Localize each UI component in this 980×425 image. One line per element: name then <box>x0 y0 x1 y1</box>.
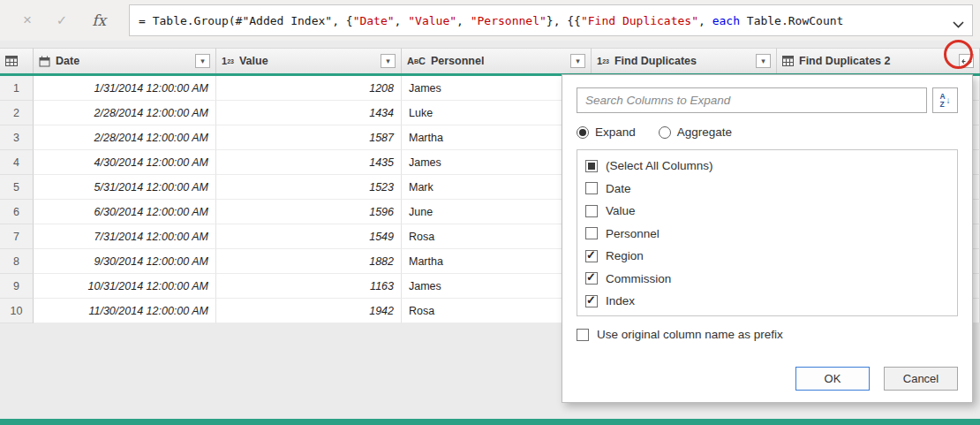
row-number[interactable]: 5 <box>0 175 34 200</box>
column-option[interactable]: Personnel <box>585 223 949 246</box>
column-option[interactable]: Region <box>585 245 949 268</box>
formula-input[interactable]: = Table.Group(#"Added Index", {"Date", "… <box>129 4 973 36</box>
cell-value[interactable]: 1596 <box>216 200 402 224</box>
formula-text: = Table.Group(#"Added Index", {"Date", "… <box>139 14 843 27</box>
formula-token: = Table.Group(#"Added Index", { <box>139 14 353 27</box>
radio-label: Expand <box>595 125 636 139</box>
column-header-personnel[interactable]: ABCPersonnel▾ <box>402 48 592 73</box>
number-type-icon[interactable]: 123 <box>222 57 234 66</box>
header-row: Date▾123Value▾ABCPersonnel▾123Find Dupli… <box>0 48 980 73</box>
column-label: Find Duplicates 2 <box>799 55 891 67</box>
filter-dropdown-button[interactable]: ▾ <box>381 54 396 68</box>
ok-button[interactable]: OK <box>795 367 870 391</box>
checkbox-icon <box>585 160 598 172</box>
cell-date[interactable]: 10/31/2014 12:00:00 AM <box>34 274 216 299</box>
cancel-formula-icon[interactable]: × <box>23 11 32 29</box>
row-number[interactable]: 2 <box>0 101 34 125</box>
column-option-label: Index <box>606 294 635 307</box>
formula-bar-icons: × ✓ fx <box>0 11 129 29</box>
column-option-label: Value <box>606 204 636 217</box>
formula-token: , <box>456 14 471 27</box>
column-option[interactable]: (Select All Columns) <box>585 155 949 178</box>
formula-token: "Date" <box>353 14 395 27</box>
column-header-date[interactable]: Date▾ <box>34 48 216 73</box>
column-option[interactable]: Value <box>585 200 949 223</box>
search-columns-input[interactable] <box>577 87 927 113</box>
cell-date[interactable]: 2/28/2014 12:00:00 AM <box>34 101 216 125</box>
formula-token: , <box>698 14 712 27</box>
formula-token: "Find Duplicates" <box>581 14 698 27</box>
checkbox-icon <box>585 182 598 194</box>
cell-value[interactable]: 1523 <box>216 175 402 200</box>
row-number[interactable]: 7 <box>0 224 34 249</box>
row-number[interactable]: 10 <box>0 299 34 323</box>
row-number[interactable]: 9 <box>0 274 34 299</box>
column-option-label: Date <box>606 182 631 195</box>
formula-token: , <box>395 14 409 27</box>
checkbox-icon <box>585 272 598 285</box>
cell-date[interactable]: 6/30/2014 12:00:00 AM <box>34 200 216 224</box>
search-row: AZ ↓ <box>577 87 958 113</box>
column-label: Find Duplicates <box>614 55 697 67</box>
cell-value[interactable]: 1208 <box>216 76 402 101</box>
checkbox-icon <box>585 295 598 307</box>
commit-formula-icon[interactable]: ✓ <box>57 12 68 28</box>
table-type-icon[interactable] <box>782 56 794 66</box>
radio-icon <box>577 126 589 139</box>
prefix-checkbox[interactable] <box>577 329 589 341</box>
sort-arrow-icon: ↓ <box>946 95 951 105</box>
formula-token: "Personnel" <box>471 14 547 27</box>
radio-expand[interactable]: Expand <box>577 125 636 139</box>
filter-dropdown-button[interactable]: ▾ <box>570 54 585 68</box>
row-number[interactable]: 8 <box>0 249 34 274</box>
row-number[interactable]: 3 <box>0 125 34 150</box>
mode-options: ExpandAggregate <box>577 125 958 139</box>
formula-token: "Value" <box>408 14 456 27</box>
prefix-option[interactable]: Use original column name as prefix <box>577 328 958 341</box>
cell-value[interactable]: 1942 <box>216 299 402 323</box>
cell-date[interactable]: 1/31/2014 12:00:00 AM <box>34 76 216 101</box>
column-option[interactable]: Commission <box>585 268 949 291</box>
row-number[interactable]: 1 <box>0 76 34 101</box>
row-number[interactable]: 6 <box>0 200 34 224</box>
formula-bar: × ✓ fx = Table.Group(#"Added Index", {"D… <box>0 0 980 41</box>
column-label: Value <box>239 55 268 67</box>
cell-value[interactable]: 1163 <box>216 274 402 299</box>
table-menu-icon <box>5 56 18 66</box>
text-type-icon[interactable]: ABC <box>407 57 426 66</box>
cell-value[interactable]: 1587 <box>216 125 402 150</box>
prefix-label: Use original column name as prefix <box>597 328 783 341</box>
column-label: Personnel <box>431 55 484 67</box>
cell-value[interactable]: 1882 <box>216 249 402 274</box>
formula-token: Table.RowCount <box>740 14 843 27</box>
table-menu-header[interactable] <box>0 48 34 73</box>
column-option-label: Personnel <box>606 227 660 240</box>
cancel-button[interactable]: Cancel <box>884 367 958 391</box>
panel-buttons: OK Cancel <box>795 367 958 391</box>
column-option[interactable]: Date <box>585 178 949 201</box>
date-type-icon[interactable] <box>39 56 50 67</box>
filter-dropdown-button[interactable]: ▾ <box>756 54 771 68</box>
column-option-label: Commission <box>606 272 671 285</box>
cell-value[interactable]: 1435 <box>216 150 402 175</box>
row-number[interactable]: 4 <box>0 150 34 175</box>
cell-value[interactable]: 1434 <box>216 101 402 125</box>
cell-date[interactable]: 7/31/2014 12:00:00 AM <box>34 224 216 249</box>
cell-date[interactable]: 4/30/2014 12:00:00 AM <box>34 150 216 175</box>
column-option[interactable]: Index <box>585 290 949 313</box>
cell-date[interactable]: 9/30/2014 12:00:00 AM <box>34 249 216 274</box>
fx-icon: fx <box>92 11 106 29</box>
cell-date[interactable]: 2/28/2014 12:00:00 AM <box>34 125 216 150</box>
radio-aggregate[interactable]: Aggregate <box>659 125 732 139</box>
formula-expand-chevron-icon[interactable] <box>953 18 964 31</box>
number-type-icon[interactable]: 123 <box>597 57 609 66</box>
sort-az-icon: AZ <box>939 93 945 108</box>
filter-dropdown-button[interactable]: ▾ <box>195 54 210 68</box>
cell-date[interactable]: 5/31/2014 12:00:00 AM <box>34 175 216 200</box>
column-header-value[interactable]: 123Value▾ <box>216 48 402 73</box>
annotation-circle <box>944 40 973 69</box>
column-header-fd[interactable]: 123Find Duplicates▾ <box>592 48 777 73</box>
cell-value[interactable]: 1549 <box>216 224 402 249</box>
sort-az-button[interactable]: AZ ↓ <box>932 87 958 113</box>
cell-date[interactable]: 11/30/2014 12:00:00 AM <box>34 299 216 323</box>
